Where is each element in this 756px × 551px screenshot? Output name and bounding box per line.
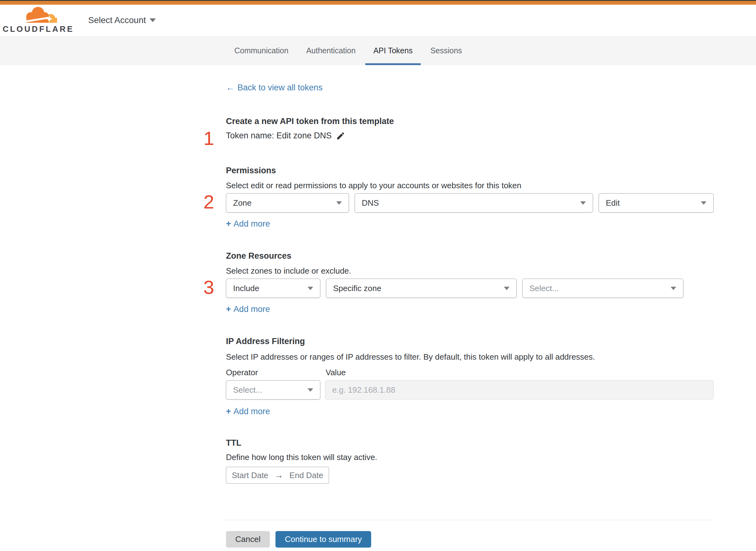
start-date-label: Start Date	[232, 471, 268, 480]
continue-to-summary-button[interactable]: Continue to summary	[275, 531, 371, 548]
add-more-label: Add more	[233, 305, 270, 314]
zone-type-value: Specific zone	[333, 284, 382, 293]
cloudflare-logo[interactable]: CLOUDFLARE	[8, 7, 69, 34]
permission-group-dropdown[interactable]: DNS	[354, 193, 593, 212]
permissions-description: Select edit or read permissions to apply…	[226, 181, 714, 190]
brand-accent-bar	[0, 1, 756, 5]
chevron-down-icon	[150, 18, 156, 22]
chevron-down-icon	[671, 287, 676, 290]
permission-scope-value: Zone	[233, 198, 251, 208]
ip-filtering-description: Select IP addresses or ranges of IP addr…	[226, 352, 714, 362]
ttl-description: Define how long this token will stay act…	[226, 453, 714, 462]
step-number-2: 2	[202, 189, 216, 214]
zone-include-exclude-dropdown[interactable]: Include	[226, 279, 320, 298]
account-selector[interactable]: Select Account	[88, 15, 156, 25]
arrow-right-icon: →	[274, 470, 283, 480]
pencil-icon	[336, 131, 345, 140]
ip-filtering-add-more-link[interactable]: + Add more	[226, 406, 270, 416]
tab-communication[interactable]: Communication	[234, 36, 288, 65]
value-label: Value	[326, 368, 346, 378]
ip-filtering-title: IP Address Filtering	[226, 337, 714, 346]
zone-select-dropdown[interactable]: Select...	[522, 279, 683, 298]
ttl-date-range-picker[interactable]: Start Date → End Date	[226, 467, 329, 484]
tab-sessions[interactable]: Sessions	[430, 36, 462, 65]
zone-resources-add-more-link[interactable]: + Add more	[226, 304, 270, 314]
permission-level-dropdown[interactable]: Edit	[599, 193, 714, 212]
operator-label: Operator	[226, 368, 258, 378]
zone-resources-description: Select zones to include or exclude.	[226, 266, 714, 276]
permission-level-value: Edit	[606, 198, 620, 208]
template-section-title: Create a new API token from this templat…	[226, 116, 714, 126]
chevron-down-icon	[307, 388, 313, 392]
step-number-1: 1	[202, 126, 216, 151]
chevron-down-icon	[701, 201, 706, 205]
chevron-down-icon	[504, 287, 510, 290]
app-header: CLOUDFLARE Select Account	[0, 5, 756, 36]
plus-icon: +	[226, 406, 231, 416]
permissions-add-more-link[interactable]: + Add more	[226, 219, 270, 229]
cancel-button[interactable]: Cancel	[226, 531, 270, 548]
ip-value-input[interactable]	[325, 380, 714, 400]
profile-tab-bar: Communication Authentication API Tokens …	[0, 36, 756, 65]
ttl-title: TTL	[226, 438, 714, 448]
tab-authentication[interactable]: Authentication	[306, 36, 355, 65]
zone-type-dropdown[interactable]: Specific zone	[326, 279, 517, 298]
chevron-down-icon	[580, 201, 586, 205]
zone-include-exclude-value: Include	[233, 284, 259, 293]
ip-operator-dropdown[interactable]: Select...	[226, 380, 320, 400]
token-name-text: Token name: Edit zone DNS	[226, 131, 331, 140]
chevron-down-icon	[307, 287, 313, 290]
cloudflare-cloud-icon	[15, 7, 62, 24]
permissions-title: Permissions	[226, 166, 714, 175]
zone-resources-title: Zone Resources	[226, 251, 714, 261]
end-date-label: End Date	[289, 471, 323, 480]
step-number-3: 3	[202, 275, 216, 300]
back-link-label: Back to view all tokens	[237, 83, 322, 93]
back-arrow-icon: ←	[226, 83, 234, 93]
back-to-tokens-link[interactable]: ← Back to view all tokens	[226, 83, 322, 93]
cloudflare-logo-text: CLOUDFLARE	[2, 24, 74, 34]
cloudflare-api-token-template-page: CLOUDFLARE Select Account Communication …	[0, 0, 756, 551]
plus-icon: +	[226, 304, 231, 314]
add-more-label: Add more	[233, 219, 270, 229]
ip-operator-placeholder: Select...	[233, 385, 262, 395]
edit-token-name-button[interactable]	[336, 131, 345, 140]
plus-icon: +	[226, 219, 231, 229]
permission-scope-dropdown[interactable]: Zone	[226, 193, 349, 212]
tab-api-tokens[interactable]: API Tokens	[373, 36, 413, 65]
zone-select-placeholder: Select...	[530, 284, 559, 293]
permission-group-value: DNS	[362, 198, 379, 208]
account-selector-label: Select Account	[88, 15, 146, 25]
add-more-label: Add more	[233, 407, 270, 416]
chevron-down-icon	[336, 201, 342, 205]
